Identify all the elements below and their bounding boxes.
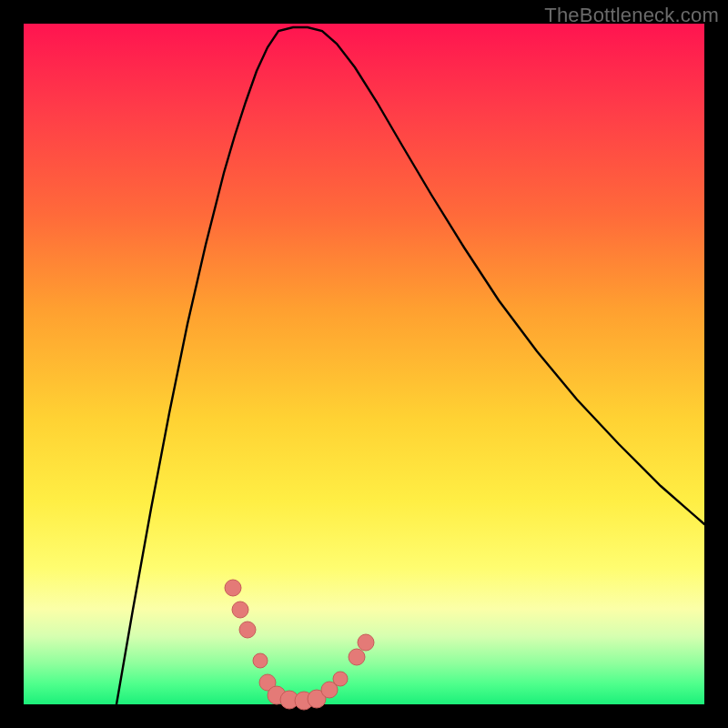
valley-marker [225,580,241,596]
watermark-label: TheBottleneck.com [544,4,719,27]
valley-marker [253,653,268,668]
chart-plot-area [24,24,704,704]
valley-marker [333,672,348,686]
valley-marker [232,602,248,618]
valley-marker [239,622,256,638]
valley-markers [225,580,374,710]
valley-marker [358,634,374,651]
valley-marker [349,649,365,665]
bottleneck-curve [116,27,704,704]
chart-svg [24,24,704,704]
